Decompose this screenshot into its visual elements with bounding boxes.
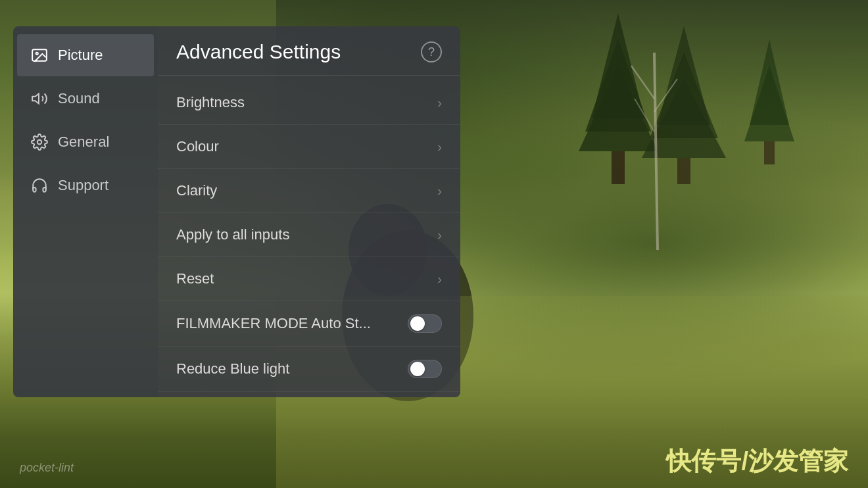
sidebar-item-sound[interactable]: Sound [17, 78, 154, 120]
menu-item-filmmaker-label: FILMMAKER MODE Auto St... [176, 315, 371, 332]
sidebar: Picture Sound General Support [13, 26, 158, 397]
reduce-blue-toggle-knob [410, 362, 425, 376]
menu-item-reduce-blue-label: Reduce Blue light [176, 360, 289, 378]
svg-point-20 [36, 53, 38, 55]
apply-all-arrow-icon: › [437, 228, 442, 243]
filmmaker-toggle-knob [410, 316, 425, 331]
menu-item-reset[interactable]: Reset › [158, 257, 460, 301]
colour-arrow-icon: › [437, 139, 442, 155]
menu-item-brightness[interactable]: Brightness › [158, 81, 460, 125]
menu-item-colour-label: Colour [176, 138, 219, 155]
panel-title: Advanced Settings [176, 41, 341, 63]
menu-item-filmmaker-mode[interactable]: FILMMAKER MODE Auto St... [158, 301, 460, 347]
sound-icon [30, 89, 49, 108]
sidebar-item-general[interactable]: General [17, 121, 154, 163]
menu-item-apply-all-inputs[interactable]: Apply to all inputs › [158, 213, 460, 257]
menu-item-colour[interactable]: Colour › [158, 125, 460, 169]
reset-arrow-icon: › [437, 272, 442, 287]
menu-item-brightness-label: Brightness [176, 94, 245, 111]
main-panel: Advanced Settings ? Brightness › Colour … [158, 26, 460, 397]
ui-container: Picture Sound General Support Advance [13, 26, 460, 397]
svg-rect-8 [677, 158, 690, 184]
sidebar-item-picture[interactable]: Picture [17, 34, 154, 76]
menu-item-reduce-blue-light[interactable]: Reduce Blue light [158, 347, 460, 392]
watermark-right: 快传号/沙发管家 [666, 445, 848, 478]
sidebar-item-general-label: General [58, 134, 109, 151]
watermark-left: pocket-lint [20, 461, 74, 475]
menu-item-clarity[interactable]: Clarity › [158, 169, 460, 213]
svg-marker-21 [32, 93, 39, 103]
menu-item-clarity-label: Clarity [176, 182, 217, 199]
menu-list: Brightness › Colour › Clarity › Apply to… [158, 76, 460, 397]
sidebar-item-support-label: Support [58, 177, 108, 194]
svg-rect-4 [612, 151, 625, 184]
help-button[interactable]: ? [421, 41, 442, 62]
menu-item-apply-all-inputs-label: Apply to all inputs [176, 226, 289, 243]
panel-header: Advanced Settings ? [158, 26, 460, 76]
general-icon [30, 133, 49, 151]
sidebar-item-sound-label: Sound [58, 90, 100, 107]
sidebar-item-support[interactable]: Support [17, 164, 154, 207]
picture-icon [30, 46, 49, 64]
svg-point-22 [37, 140, 42, 145]
filmmaker-mode-toggle[interactable] [408, 314, 442, 333]
menu-item-reset-label: Reset [176, 270, 214, 287]
svg-rect-11 [764, 141, 775, 164]
support-icon [30, 176, 49, 195]
reduce-blue-light-toggle[interactable] [408, 360, 442, 378]
sidebar-item-picture-label: Picture [58, 47, 103, 64]
clarity-arrow-icon: › [437, 183, 442, 199]
brightness-arrow-icon: › [437, 95, 442, 110]
